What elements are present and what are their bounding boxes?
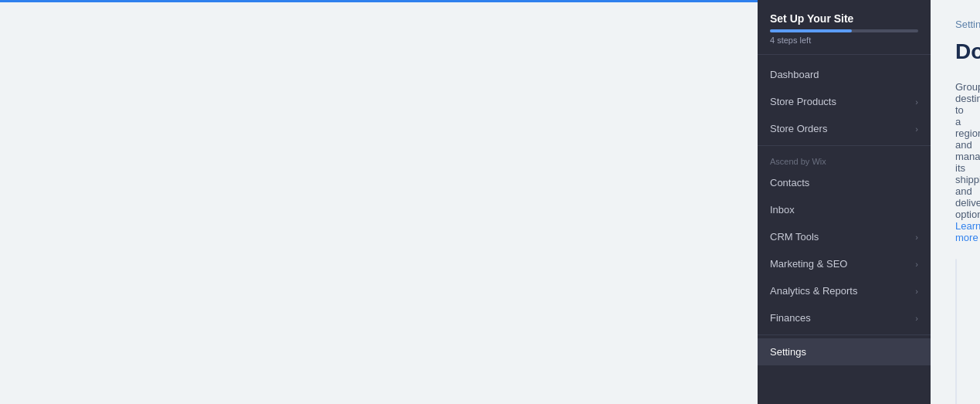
sidebar-item-store-products[interactable]: Store Products › [758,88,931,115]
sidebar-item-store-orders[interactable]: Store Orders › [758,115,931,142]
main-content: Settings › Shipping › Domestic Domestic … [931,0,980,404]
section-ascend-label: Ascend by Wix [758,149,931,169]
chevron-right-icon: › [915,314,918,323]
sidebar-item-settings[interactable]: Settings [758,338,931,365]
sidebar-item-inbox-label: Inbox [770,204,795,216]
nav-divider-2 [758,334,931,335]
sidebar-item-marketing-seo-label: Marketing & SEO [770,258,847,270]
learn-more-link[interactable]: Learn more [955,220,980,243]
sidebar-item-crm-tools[interactable]: CRM Tools › [758,223,931,250]
setup-section: Set Up Your Site 4 steps left [758,0,931,55]
sidebar-item-contacts-label: Contacts [770,177,809,188]
sidebar-item-crm-tools-label: CRM Tools [770,231,819,243]
steps-left: 4 steps left [770,36,918,45]
sidebar: Set Up Your Site 4 steps left Dashboard … [758,0,931,404]
progress-bar [770,29,918,32]
sidebar-item-store-products-label: Store Products [770,96,836,107]
page-title: Domestic [955,39,980,64]
nav-divider [758,145,931,146]
destinations-section: Add the destinations in this region: 🇮🇳 … [956,301,957,404]
sidebar-item-contacts[interactable]: Contacts [758,169,931,196]
chevron-right-icon: › [915,124,918,134]
chevron-right-icon: › [915,260,918,269]
progress-fill [770,29,852,32]
sidebar-item-dashboard-label: Dashboard [770,69,819,80]
page-description-text: Group destinations to a region and manag… [955,81,980,220]
breadcrumb-settings[interactable]: Settings [955,19,980,30]
sidebar-item-analytics-reports-label: Analytics & Reports [770,285,857,297]
sidebar-item-finances[interactable]: Finances › [758,304,931,331]
sidebar-item-analytics-reports[interactable]: Analytics & Reports › [758,277,931,304]
chevron-right-icon: › [915,97,918,107]
chevron-right-icon: › [915,233,918,242]
sidebar-item-settings-label: Settings [770,346,806,358]
setup-title: Set Up Your Site [770,12,918,25]
sidebar-item-store-orders-label: Store Orders [770,123,827,134]
sidebar-nav: Dashboard Store Products › Store Orders … [758,55,931,404]
chevron-right-icon: › [915,287,918,296]
top-accent-bar [0,0,758,2]
sidebar-item-finances-label: Finances [770,312,811,324]
sidebar-item-inbox[interactable]: Inbox [758,196,931,223]
sidebar-item-marketing-seo[interactable]: Marketing & SEO › [758,250,931,277]
region-section: Region [956,260,957,300]
region-card: Region Add the destinations in this regi… [955,259,957,404]
sidebar-item-dashboard[interactable]: Dashboard [758,61,931,88]
